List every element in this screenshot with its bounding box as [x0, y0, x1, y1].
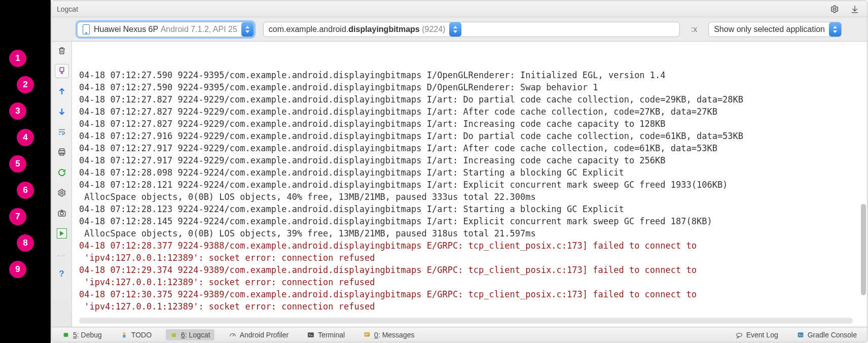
- gauge-icon: [229, 331, 237, 339]
- gear-icon[interactable]: [827, 2, 842, 16]
- svg-marker-3: [453, 26, 457, 28]
- vertical-scrollbar-track: [860, 42, 867, 327]
- device-version: Android 7.1.2, API 25: [161, 25, 237, 34]
- down-arrow-icon[interactable]: [55, 105, 69, 119]
- tab-label: Event Log: [746, 331, 778, 339]
- svg-point-17: [172, 332, 173, 333]
- log-line[interactable]: 04-18 07:12:27.827 9224-9229/com.example…: [79, 106, 855, 118]
- tab-eventlog[interactable]: Event Log: [731, 329, 782, 340]
- log-line[interactable]: 04-18 07:12:27.827 9224-9229/com.example…: [79, 93, 855, 106]
- svg-rect-16: [172, 333, 176, 337]
- settings-icon[interactable]: [55, 186, 69, 200]
- log-line[interactable]: 04-18 07:12:28.123 9224-9224/com.example…: [79, 203, 855, 215]
- svg-marker-1: [245, 26, 249, 28]
- vertical-scrollbar-thumb[interactable]: [861, 204, 866, 295]
- trash-icon[interactable]: [55, 44, 69, 58]
- tab-todo[interactable]: TODO: [116, 329, 156, 340]
- svg-marker-6: [833, 30, 837, 33]
- svg-marker-2: [245, 30, 249, 33]
- help-icon[interactable]: ?: [55, 267, 69, 281]
- chevron-updown-icon: [449, 22, 461, 37]
- log-line[interactable]: 04-18 07:12:29.374 9224-9389/com.example…: [79, 264, 855, 276]
- log-line[interactable]: 04-18 07:12:27.590 9224-9395/com.example…: [79, 81, 855, 93]
- tab-label: 6: Logcat: [181, 331, 210, 339]
- svg-point-12: [60, 212, 63, 215]
- tab-messages[interactable]: 0: Messages: [359, 329, 418, 340]
- log-line[interactable]: 04-18 07:12:27.827 9224-9229/com.example…: [79, 118, 855, 130]
- svg-point-10: [60, 192, 63, 194]
- callout-column: 1 2 3 4 5 6 7 8 9: [0, 0, 51, 343]
- log-line[interactable]: 04-18 07:12:30.375 9224-9389/com.example…: [79, 288, 855, 300]
- hide-icon[interactable]: [848, 2, 862, 16]
- restart-icon[interactable]: [55, 165, 69, 180]
- scroll-to-end-icon[interactable]: [55, 64, 69, 78]
- app-package-name: displayingbitmaps: [348, 25, 419, 34]
- svg-point-14: [123, 332, 125, 334]
- callout-8: 8: [17, 234, 34, 252]
- callout-6: 6: [17, 182, 34, 199]
- terminal-icon: [307, 331, 315, 339]
- log-line[interactable]: 04-18 07:12:27.916 9224-9229/com.example…: [79, 130, 855, 142]
- app-package-prefix: com.example.android.: [269, 25, 348, 34]
- svg-rect-19: [308, 332, 314, 337]
- status-bar: 5: Debug TODO 6: Logcat Android Profiler: [52, 327, 867, 342]
- overflow-icon[interactable]: ...: [55, 247, 69, 261]
- tab-label: TODO: [131, 331, 152, 339]
- tab-label: 0: Messages: [374, 331, 414, 339]
- log-line[interactable]: 04-18 07:12:27.590 9224-9395/com.example…: [79, 69, 855, 81]
- left-toolbar: ... ?: [52, 42, 72, 327]
- screen-record-button[interactable]: [55, 226, 69, 241]
- svg-rect-20: [365, 332, 370, 336]
- log-line[interactable]: 'ipv4:127.0.0.1:12389': socket error: co…: [79, 300, 855, 313]
- scope-label: Show only selected application: [714, 25, 825, 34]
- panel-title: Logcat: [57, 5, 78, 13]
- console-icon: [797, 331, 805, 339]
- callout-2: 2: [17, 76, 34, 93]
- log-line[interactable]: 04-18 07:12:28.098 9224-9224/com.example…: [79, 166, 855, 179]
- tab-profiler[interactable]: Android Profiler: [225, 329, 293, 340]
- svg-point-18: [174, 332, 175, 333]
- tab-logcat[interactable]: 6: Logcat: [166, 329, 214, 340]
- panel-body: ... ? 04-18 07:12:27.590 9224-9395/com.e…: [52, 42, 867, 327]
- regex-toggle[interactable]: :x: [689, 25, 699, 34]
- tab-terminal[interactable]: Terminal: [303, 329, 349, 340]
- titlebar: Logcat: [52, 1, 867, 17]
- logcat-panel: Logcat Huawei Nexus 6P Android 7.1.2, AP…: [51, 1, 867, 342]
- log-line[interactable]: 'ipv4:127.0.0.1:12389': socket error: co…: [79, 252, 855, 264]
- log-line[interactable]: 04-18 07:12:28.121 9224-9224/com.example…: [79, 179, 855, 191]
- scope-select[interactable]: Show only selected application: [708, 22, 842, 37]
- svg-marker-4: [453, 30, 457, 33]
- log-output[interactable]: 04-18 07:12:27.590 9224-9395/com.example…: [72, 42, 860, 327]
- tab-label: Terminal: [318, 331, 345, 339]
- bug-icon: [62, 331, 70, 339]
- log-line[interactable]: 'ipv4:127.0.0.1:12389': socket error: co…: [79, 276, 855, 288]
- filter-bar: Huawei Nexus 6P Android 7.1.2, API 25 co…: [52, 17, 867, 42]
- svg-marker-5: [833, 26, 837, 28]
- log-line[interactable]: 04-18 07:12:28.145 9224-9224/com.example…: [79, 215, 855, 227]
- device-icon: [83, 24, 90, 35]
- log-line[interactable]: AllocSpace objects, 0(0B) LOS objects, 4…: [79, 191, 855, 203]
- log-line[interactable]: 04-18 07:12:27.917 9224-9229/com.example…: [79, 142, 855, 154]
- svg-rect-15: [123, 335, 125, 337]
- callout-3: 3: [9, 102, 26, 120]
- app-select[interactable]: com.example.android.displayingbitmaps (9…: [263, 22, 680, 37]
- callout-9: 9: [9, 261, 26, 278]
- tab-debug[interactable]: 5: Debug: [58, 329, 106, 340]
- soft-wrap-icon[interactable]: [55, 125, 69, 139]
- callout-4: 4: [17, 129, 34, 146]
- print-icon[interactable]: [55, 145, 69, 159]
- tab-label: Gradle Console: [808, 331, 857, 339]
- tab-gradle[interactable]: Gradle Console: [792, 329, 861, 340]
- callout-1: 1: [9, 50, 26, 67]
- callout-5: 5: [9, 155, 26, 173]
- log-line[interactable]: AllocSpace objects, 0(0B) LOS objects, 3…: [79, 227, 855, 239]
- callout-7: 7: [9, 208, 26, 225]
- up-arrow-icon[interactable]: [55, 84, 69, 98]
- chevron-updown-icon: [241, 22, 254, 37]
- log-line[interactable]: 04-18 07:12:28.377 9224-9388/com.example…: [79, 239, 855, 252]
- horizontal-scrollbar[interactable]: [79, 318, 853, 324]
- camera-icon[interactable]: [55, 206, 69, 220]
- device-select[interactable]: Huawei Nexus 6P Android 7.1.2, API 25: [77, 22, 254, 37]
- tab-label: Android Profiler: [240, 331, 289, 339]
- log-line[interactable]: 04-18 07:12:27.917 9224-9229/com.example…: [79, 154, 855, 166]
